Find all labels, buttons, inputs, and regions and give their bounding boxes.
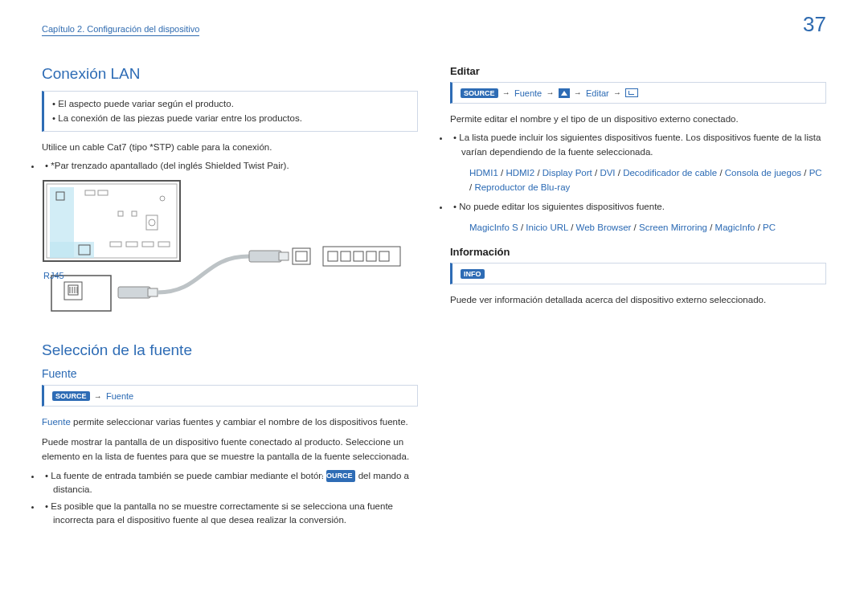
fuente-keyword: Fuente	[42, 417, 71, 427]
svg-rect-28	[293, 248, 310, 264]
arrow-icon: →	[574, 88, 582, 97]
editar-bullet-1: La lista puede incluir los siguientes di…	[450, 131, 826, 159]
fuente-bullet-1: La fuente de entrada también se puede ca…	[42, 469, 418, 497]
chapter-title: Capítulo 2. Configuración del dispositiv…	[42, 24, 199, 36]
svg-rect-2	[85, 190, 95, 195]
page-number: 37	[803, 12, 826, 37]
fuente-p1-text: permite seleccionar varias fuentes y cam…	[71, 417, 408, 427]
device-item: Inicio URL	[526, 223, 568, 232]
device-item: MagicInfo S	[469, 223, 518, 232]
heading-source-selection: Selección de la fuente	[42, 341, 418, 359]
device-list-1: HDMI1 / HDMI2 / Display Port / DVI / Dec…	[450, 166, 826, 195]
lan-diagram: RJ45	[42, 179, 418, 327]
svg-rect-17	[51, 276, 111, 311]
lan-note-item: El aspecto puede variar según el product…	[52, 96, 409, 111]
rj45-label: RJ45	[43, 271, 418, 280]
device-item: HDMI2	[506, 168, 534, 178]
arrow-icon: →	[94, 392, 102, 401]
device-item: HDMI1	[469, 168, 498, 178]
info-tag: INFO	[461, 269, 485, 279]
info-paragraph: Puede ver información detallada acerca d…	[450, 292, 826, 307]
svg-rect-6	[132, 211, 137, 216]
svg-rect-34	[366, 251, 376, 261]
fuente-paragraph-1: Fuente permite seleccionar varias fuente…	[42, 415, 418, 429]
svg-rect-29	[296, 251, 307, 261]
svg-rect-11	[142, 242, 154, 247]
lan-instruction: Utilice un cable Cat7 (tipo *STP) cable …	[42, 140, 418, 154]
source-tag: SOURCE	[52, 391, 90, 401]
heading-lan: Conexión LAN	[42, 65, 418, 83]
device-item: PC	[809, 168, 822, 178]
svg-rect-9	[110, 242, 121, 247]
heading-informacion: Información	[450, 246, 826, 258]
up-icon	[559, 88, 570, 98]
device-item: Screen Mirroring	[639, 223, 707, 232]
arrow-icon: →	[502, 88, 510, 97]
enter-icon	[625, 88, 638, 97]
path-fuente: Fuente	[514, 88, 542, 98]
device-item: Consola de juegos	[725, 168, 801, 178]
svg-rect-24	[118, 287, 150, 298]
lan-note-item: La conexión de las piezas puede variar e…	[52, 111, 409, 125]
source-tag-inline: SOURCE	[326, 470, 356, 483]
device-item: Web Browser	[576, 223, 632, 232]
svg-rect-3	[98, 190, 108, 195]
device-item: Reproductor de Blu-ray	[474, 182, 570, 192]
svg-point-8	[149, 219, 155, 226]
fuente-li1-text-a: La fuente de entrada también se puede ca…	[51, 471, 326, 480]
svg-rect-35	[379, 251, 389, 261]
svg-rect-10	[126, 242, 137, 247]
heading-editar: Editar	[450, 65, 826, 77]
svg-rect-33	[354, 251, 363, 261]
device-item: Display Port	[542, 168, 592, 178]
svg-point-4	[160, 196, 165, 201]
device-item: PC	[763, 223, 776, 232]
lan-note-box: El aspecto puede variar según el product…	[42, 91, 418, 132]
path-editar: Editar	[586, 88, 609, 98]
svg-rect-14	[50, 242, 94, 258]
content-columns: Conexión LAN El aspecto puede variar seg…	[42, 65, 826, 534]
svg-rect-18	[64, 282, 82, 300]
editar-path-box: SOURCE → Fuente → → Editar →	[450, 82, 826, 104]
device-item: MagicInfo	[715, 223, 755, 232]
device-list-2: MagicInfo S / Inicio URL / Web Browser /…	[450, 220, 826, 235]
arrow-icon: →	[546, 88, 554, 97]
fuente-paragraph-2: Puede mostrar la pantalla de un disposit…	[42, 435, 418, 464]
svg-rect-26	[249, 251, 281, 262]
device-item: Decodificador de cable	[623, 168, 717, 178]
fuente-path-box: SOURCE → Fuente	[42, 385, 418, 407]
fuente-bullet-2: Es posible que la pantalla no se muestre…	[42, 500, 418, 528]
svg-rect-5	[118, 211, 123, 216]
svg-rect-32	[341, 251, 350, 261]
left-column: Conexión LAN El aspecto puede variar seg…	[42, 65, 418, 534]
lan-footnote: *Par trenzado apantallado (del inglés Sh…	[42, 159, 418, 173]
svg-rect-27	[279, 252, 289, 260]
device-item: DVI	[600, 168, 615, 178]
arrow-icon: →	[613, 88, 621, 97]
svg-rect-31	[328, 251, 338, 261]
editar-bullet-2: No puede editar los siguientes dispositi…	[450, 200, 826, 214]
path-fuente: Fuente	[106, 391, 133, 401]
subheading-fuente: Fuente	[42, 367, 418, 380]
right-column: Editar SOURCE → Fuente → → Editar → Perm…	[450, 65, 826, 534]
source-tag: SOURCE	[461, 88, 498, 98]
info-path-box: INFO	[450, 263, 826, 284]
svg-rect-12	[158, 242, 170, 247]
page-header: Capítulo 2. Configuración del dispositiv…	[42, 24, 826, 36]
svg-rect-7	[146, 215, 158, 230]
editar-paragraph: Permite editar el nombre y el tipo de un…	[450, 112, 826, 126]
svg-rect-25	[148, 288, 158, 296]
